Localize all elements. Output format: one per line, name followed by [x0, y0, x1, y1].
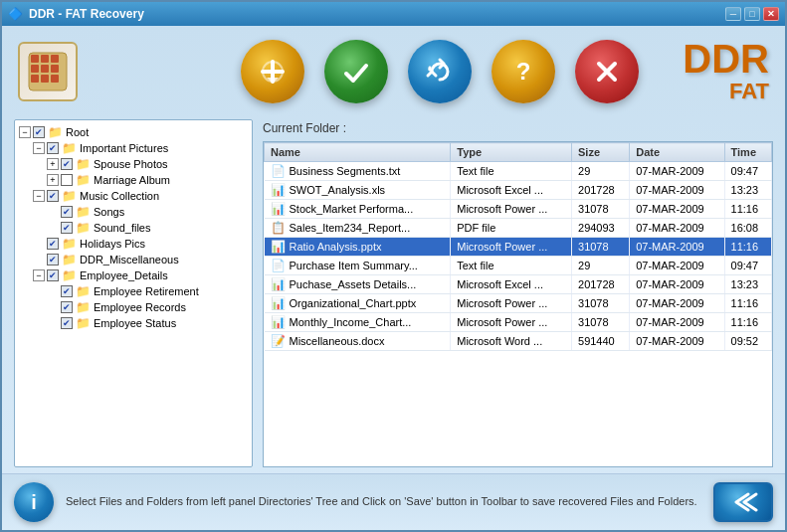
check-important-pictures[interactable]: ✔ — [47, 142, 59, 154]
file-date: 07-MAR-2009 — [630, 275, 724, 294]
window-title: DDR - FAT Recovery — [29, 7, 144, 21]
col-name[interactable]: Name — [265, 143, 451, 162]
table-row[interactable]: 📊Stock_Market Performa... Microsoft Powe… — [265, 200, 772, 219]
svg-text:?: ? — [516, 58, 531, 85]
file-type: Microsoft Power ... — [451, 294, 572, 313]
table-row[interactable]: 📊SWOT_Analysis.xls Microsoft Excel ... 2… — [265, 181, 772, 200]
refresh-button[interactable] — [408, 40, 472, 103]
file-name: 📋Sales_Item234_Report... — [265, 219, 451, 238]
tree-item-ddr-misc[interactable]: ✔ 📁 DDR_Miscellaneous — [19, 252, 248, 267]
check-employee-retirement[interactable]: ✔ — [61, 285, 73, 297]
folder-icon-holidays-pics: 📁 — [62, 237, 77, 251]
file-date: 07-MAR-2009 — [630, 313, 724, 332]
folder-icon-employee-status: 📁 — [76, 316, 91, 330]
check-spouse-photos[interactable]: ✔ — [61, 158, 73, 170]
file-name: 📊Stock_Market Performa... — [265, 200, 451, 219]
expand-music-collection[interactable]: − — [33, 190, 45, 202]
file-type-icon: 📊 — [271, 202, 286, 216]
tree-item-employee-retirement[interactable]: ✔ 📁 Employee Retirement — [19, 283, 248, 299]
file-time: 11:16 — [724, 313, 771, 332]
back-button[interactable] — [713, 482, 773, 522]
close-window-button[interactable]: ✕ — [763, 7, 779, 21]
info-bar: i Select Files and Folders from left pan… — [2, 473, 785, 530]
save-button[interactable] — [324, 40, 388, 103]
tree-item-important-pictures[interactable]: − ✔ 📁 Important Pictures — [19, 140, 248, 156]
check-songs[interactable]: ✔ — [61, 206, 73, 218]
tree-item-root[interactable]: − ✔ 📁 Root — [19, 124, 248, 140]
table-row[interactable]: 📊Organizational_Chart.pptx Microsoft Pow… — [265, 294, 772, 313]
file-date: 07-MAR-2009 — [630, 238, 724, 257]
exit-button[interactable] — [575, 40, 639, 103]
minimize-button[interactable]: ─ — [725, 7, 741, 21]
label-ddr-misc: DDR_Miscellaneous — [80, 254, 179, 266]
file-type-icon: 📄 — [271, 259, 286, 272]
table-row[interactable]: 📊Ratio Analysis.pptx Microsoft Power ...… — [265, 238, 772, 257]
maximize-button[interactable]: □ — [744, 7, 760, 21]
tree-item-spouse-photos[interactable]: + ✔ 📁 Spouse Photos — [19, 156, 248, 172]
content-area: − ✔ 📁 Root − ✔ 📁 Important Pictures + ✔ … — [2, 113, 785, 473]
expand-spouse-photos[interactable]: + — [47, 158, 59, 170]
check-ddr-misc[interactable]: ✔ — [47, 254, 59, 266]
brand-ddr-text: DDR — [683, 39, 769, 79]
file-size: 31078 — [572, 200, 630, 219]
label-employee-status: Employee Status — [94, 317, 176, 329]
current-folder-bar: Current Folder : — [263, 119, 773, 137]
tree-item-songs[interactable]: ✔ 📁 Songs — [19, 204, 248, 220]
file-date: 07-MAR-2009 — [630, 219, 724, 238]
check-sound-files[interactable]: ✔ — [61, 222, 73, 234]
file-time: 16:08 — [724, 219, 771, 238]
main-area: ? DDR FAT − ✔ 📁 Root — [2, 26, 785, 530]
tree-item-employee-details[interactable]: − ✔ 📁 Employee_Details — [19, 267, 248, 283]
file-type: Microsoft Power ... — [451, 238, 572, 257]
tree-panel[interactable]: − ✔ 📁 Root − ✔ 📁 Important Pictures + ✔ … — [14, 119, 253, 467]
file-type: Microsoft Power ... — [451, 200, 572, 219]
expand-root[interactable]: − — [19, 126, 31, 138]
table-row[interactable]: 📄Business Segments.txt Text file 29 07-M… — [265, 162, 772, 181]
table-row[interactable]: 📊Puchase_Assets Details... Microsoft Exc… — [265, 275, 772, 294]
col-date[interactable]: Date — [630, 143, 724, 162]
label-spouse-photos: Spouse Photos — [94, 158, 168, 170]
tree-item-music-collection[interactable]: − ✔ 📁 Music Collection — [19, 188, 248, 204]
tree-item-employee-records[interactable]: ✔ 📁 Employee Records — [19, 299, 248, 315]
check-employee-status[interactable]: ✔ — [61, 317, 73, 329]
open-button[interactable] — [241, 40, 304, 103]
expand-marriage-album[interactable]: + — [47, 174, 59, 186]
tree-item-sound-files[interactable]: ✔ 📁 Sound_files — [19, 220, 248, 236]
expand-important-pictures[interactable]: − — [33, 142, 45, 154]
svg-rect-3 — [51, 55, 59, 63]
tree-item-holidays-pics[interactable]: ✔ 📁 Holidays Pics — [19, 236, 248, 252]
file-type: Microsoft Excel ... — [451, 181, 572, 200]
check-employee-records[interactable]: ✔ — [61, 301, 73, 313]
table-row[interactable]: 📊Monthly_Income_Chart... Microsoft Power… — [265, 313, 772, 332]
file-type-icon: 📊 — [271, 240, 286, 254]
file-time: 09:47 — [724, 257, 771, 275]
check-marriage-album[interactable] — [61, 174, 73, 186]
toolbar: ? — [121, 34, 639, 109]
col-type[interactable]: Type — [451, 143, 572, 162]
label-employee-details: Employee_Details — [80, 269, 168, 281]
col-size[interactable]: Size — [572, 143, 630, 162]
table-row[interactable]: 📝Miscellaneous.docx Microsoft Word ... 5… — [265, 332, 772, 351]
label-employee-records: Employee Records — [94, 301, 186, 313]
tree-item-employee-status[interactable]: ✔ 📁 Employee Status — [19, 315, 248, 331]
tree-item-marriage-album[interactable]: + 📁 Marriage Album — [19, 172, 248, 188]
svg-rect-5 — [41, 65, 49, 73]
file-type: Microsoft Excel ... — [451, 275, 572, 294]
expand-employee-details[interactable]: − — [33, 269, 45, 281]
help-button[interactable]: ? — [492, 40, 555, 103]
col-time[interactable]: Time — [724, 143, 771, 162]
check-employee-details[interactable]: ✔ — [47, 269, 59, 281]
file-size: 201728 — [572, 181, 630, 200]
folder-icon-employee-details: 📁 — [62, 268, 77, 282]
check-holidays-pics[interactable]: ✔ — [47, 238, 59, 250]
file-name: 📊Organizational_Chart.pptx — [265, 294, 451, 313]
table-row[interactable]: 📄Purchase Item Summary... Text file 29 0… — [265, 257, 772, 275]
check-root[interactable]: ✔ — [33, 126, 45, 138]
folder-icon-music-collection: 📁 — [62, 189, 77, 203]
check-music-collection[interactable]: ✔ — [47, 190, 59, 202]
file-time: 11:16 — [724, 200, 771, 219]
table-row[interactable]: 📋Sales_Item234_Report... PDF file 294093… — [265, 219, 772, 238]
file-table-container[interactable]: Name Type Size Date Time 📄Business Segme… — [263, 141, 773, 467]
svg-rect-2 — [41, 55, 49, 63]
folder-icon-sound-files: 📁 — [76, 221, 91, 235]
